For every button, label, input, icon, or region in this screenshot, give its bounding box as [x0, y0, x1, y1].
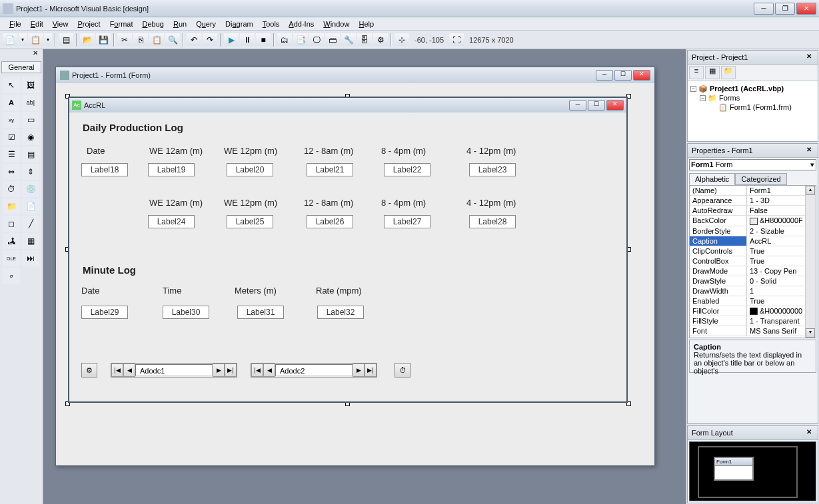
designer-close-button[interactable]: ✕: [633, 70, 650, 81]
tab-alphabetic[interactable]: Alphabetic: [689, 173, 735, 185]
component-button[interactable]: ⚙: [373, 33, 388, 47]
filelist-tool[interactable]: 📄: [22, 198, 39, 214]
label19[interactable]: Label19: [148, 163, 195, 176]
form-body[interactable]: Daily Production Log Date WE 12am (m) WE…: [69, 113, 626, 401]
toggle-folders-button[interactable]: 📁: [721, 66, 736, 79]
properties-grid[interactable]: (Name)Form1Appearance1 - 3DAutoRedrawFal…: [689, 185, 816, 338]
view-object-button[interactable]: ▦: [705, 66, 720, 79]
menu-view[interactable]: View: [49, 19, 73, 29]
property-row[interactable]: BorderStyle2 - Sizable: [690, 226, 816, 236]
undo-button[interactable]: ↶: [187, 33, 201, 47]
label20[interactable]: Label20: [227, 163, 273, 176]
col-8-4pm[interactable]: 8 - 4pm (m): [381, 146, 426, 156]
adodc1-prev-button[interactable]: ◀: [123, 364, 135, 377]
menu-editor-button[interactable]: ▤: [59, 33, 73, 47]
form-canvas[interactable]: Ac AccRL ─ ☐ ✕ Daily Production Log Date…: [68, 97, 628, 403]
heading-daily-production[interactable]: Daily Production Log: [83, 122, 183, 133]
property-row[interactable]: Appearance1 - 3D: [690, 196, 816, 206]
property-row[interactable]: FillColor&H00000000: [690, 306, 816, 317]
menu-file[interactable]: File: [5, 19, 25, 29]
project-tree[interactable]: −📦Project1 (AccRL.vbp) −📁Forms 📋Form1 (F…: [688, 81, 818, 141]
form-layout-button[interactable]: 🖵: [309, 33, 324, 47]
cut-button[interactable]: ✂: [117, 33, 132, 47]
project-panel-close-button[interactable]: ✕: [804, 53, 814, 62]
menu-addins[interactable]: Add-Ins: [285, 19, 318, 29]
label18[interactable]: Label18: [81, 163, 128, 176]
drivelist-tool[interactable]: 💿: [22, 181, 39, 197]
form-minimize-button[interactable]: ─: [569, 100, 586, 111]
designer-titlebar[interactable]: Project1 - Form1 (Form) ─ ☐ ✕: [56, 67, 654, 83]
label31[interactable]: Label31: [237, 306, 284, 319]
col-we12pm[interactable]: WE 12pm (m): [224, 146, 277, 156]
designer-minimize-button[interactable]: ─: [596, 70, 613, 81]
properties-scrollbar[interactable]: ▴ ▾: [805, 186, 816, 338]
form-maximize-button[interactable]: ☐: [588, 100, 605, 111]
adodc1-last-button[interactable]: ▶|: [225, 364, 237, 377]
col-we12am[interactable]: WE 12am (m): [149, 146, 203, 156]
properties-panel-close-button[interactable]: ✕: [804, 146, 814, 155]
timer-control[interactable]: ⏱: [395, 363, 410, 378]
copy-button[interactable]: ⎘: [133, 33, 148, 47]
project-explorer-button[interactable]: 🗂: [277, 33, 292, 47]
adodc1-control[interactable]: |◀ ◀ Adodc1 ▶ ▶|: [111, 363, 237, 378]
label-tool[interactable]: A: [3, 95, 20, 111]
paste-button[interactable]: 📋: [149, 33, 164, 47]
label28[interactable]: Label28: [469, 215, 516, 228]
property-row[interactable]: DrawMode13 - Copy Pen: [690, 266, 816, 276]
property-row[interactable]: CaptionAccRL: [690, 236, 816, 246]
menu-help[interactable]: Help: [355, 19, 378, 29]
adodc1-first-button[interactable]: |◀: [111, 364, 123, 377]
tree-project-node[interactable]: Project1 (AccRL.vbp): [710, 85, 784, 93]
save-button[interactable]: 💾: [96, 33, 111, 47]
optionbutton-tool[interactable]: ◉: [22, 129, 39, 145]
designer-maximize-button[interactable]: ☐: [614, 70, 632, 81]
line-tool[interactable]: ╱: [22, 216, 39, 232]
property-row[interactable]: ClipControlsTrue: [690, 246, 816, 256]
object-browser-button[interactable]: 🗃: [325, 33, 340, 47]
min-col-rate[interactable]: Rate (mpm): [316, 286, 362, 296]
label23[interactable]: Label23: [469, 163, 516, 176]
textbox-tool[interactable]: ab|: [22, 95, 39, 111]
adodc2-first-button[interactable]: |◀: [251, 364, 263, 377]
col-12-8am[interactable]: 12 - 8am (m): [304, 146, 353, 156]
timer-tool[interactable]: ⏱: [3, 181, 20, 197]
tree-expand-icon[interactable]: −: [700, 95, 706, 101]
toolbox-close-button[interactable]: ✕: [31, 49, 40, 59]
add-project-dropdown[interactable]: ▾: [19, 33, 27, 47]
commandbutton-tool[interactable]: ▭: [22, 112, 39, 128]
start-button[interactable]: ▶: [224, 33, 239, 47]
menu-window[interactable]: Window: [319, 19, 353, 29]
property-row[interactable]: EnabledTrue: [690, 296, 816, 306]
menu-debug[interactable]: Debug: [138, 19, 167, 29]
hscrollbar-tool[interactable]: ⇔: [3, 164, 20, 180]
maximize-button[interactable]: ❐: [775, 3, 795, 15]
col2-we12am[interactable]: WE 12am (m): [149, 198, 203, 208]
menu-run[interactable]: Run: [169, 19, 191, 29]
property-row[interactable]: (Name)Form1: [690, 186, 816, 196]
tree-forms-folder[interactable]: Forms: [719, 94, 740, 102]
pointer-tool[interactable]: ↖: [3, 77, 20, 93]
image-tool[interactable]: 🏞: [3, 233, 20, 249]
adodc2-last-button[interactable]: ▶|: [365, 364, 377, 377]
shape-tool[interactable]: ◻: [3, 216, 20, 232]
scroll-down-button[interactable]: ▾: [806, 328, 815, 338]
menu-project[interactable]: Project: [73, 19, 104, 29]
menu-edit[interactable]: Edit: [27, 19, 47, 29]
dirlist-tool[interactable]: 📁: [3, 198, 20, 214]
toolbox-button[interactable]: 🔧: [341, 33, 356, 47]
break-button[interactable]: ⏸: [240, 33, 255, 47]
label27[interactable]: Label27: [384, 215, 430, 228]
form-layout-view[interactable]: Form1: [689, 441, 816, 501]
col2-12-8am[interactable]: 12 - 8am (m): [304, 198, 353, 208]
col2-we12pm[interactable]: WE 12pm (m): [224, 198, 277, 208]
property-row[interactable]: ControlBoxTrue: [690, 256, 816, 266]
adodc1-next-button[interactable]: ▶: [213, 364, 225, 377]
ole-tool[interactable]: OLE: [3, 250, 20, 266]
label25[interactable]: Label25: [227, 215, 273, 228]
tree-expand-icon[interactable]: −: [690, 86, 696, 92]
col2-4-12pm[interactable]: 4 - 12pm (m): [466, 198, 516, 208]
data-view-button[interactable]: 🗄: [357, 33, 372, 47]
menu-format[interactable]: Format: [106, 19, 137, 29]
tree-form-node[interactable]: Form1 (Form1.frm): [730, 103, 792, 111]
label26[interactable]: Label26: [307, 215, 353, 228]
